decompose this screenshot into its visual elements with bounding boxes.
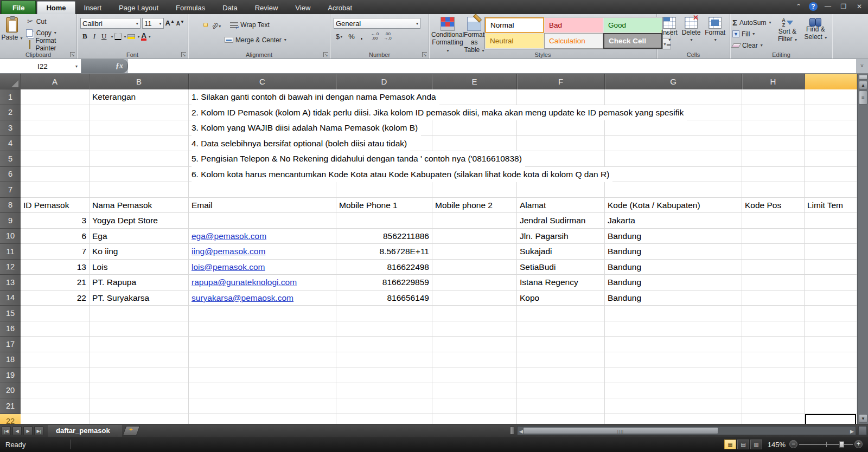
cell-I19[interactable] (805, 367, 857, 383)
column-header-C[interactable]: C (189, 74, 336, 89)
row-header-16[interactable]: 16 (0, 321, 21, 337)
cell-B3[interactable] (90, 120, 189, 136)
cell-E22[interactable] (432, 414, 517, 424)
zoom-slider-thumb[interactable] (839, 441, 844, 448)
column-header-G[interactable]: G (605, 74, 742, 89)
cell-B15[interactable] (90, 306, 189, 321)
cell-H22[interactable] (742, 414, 805, 424)
cell-C7[interactable] (189, 182, 336, 198)
cell-A4[interactable] (21, 136, 90, 152)
cell-H15[interactable] (742, 306, 805, 321)
vertical-scrollbar[interactable]: ▲ ▼ (857, 74, 868, 424)
cell-E16[interactable] (432, 321, 517, 337)
cell-H6[interactable] (742, 167, 805, 183)
merge-center-button[interactable]: Merge & Center▾ (222, 34, 289, 46)
cell-G15[interactable] (605, 306, 742, 321)
row-header-19[interactable]: 19 (0, 367, 21, 383)
cell-text-C10[interactable]: ega@pemasok.com (192, 229, 266, 244)
italic-button[interactable]: I (91, 31, 98, 42)
row-header-20[interactable]: 20 (0, 383, 21, 399)
cell-G17[interactable] (605, 337, 742, 352)
cell-E17[interactable] (432, 337, 517, 352)
find-select-button[interactable]: Find & Select ▾ (801, 16, 829, 50)
cell-H12[interactable] (742, 260, 805, 275)
clipboard-dialog-launcher[interactable]: ↘ (70, 52, 75, 57)
cell-I21[interactable] (805, 398, 857, 414)
cell-E1[interactable] (432, 89, 517, 105)
cell-H19[interactable] (742, 367, 805, 383)
cell-E15[interactable] (432, 306, 517, 321)
cell-H7[interactable] (742, 182, 805, 198)
insert-cells-button[interactable]: Insert▾ (661, 16, 678, 50)
cell-G7[interactable] (605, 182, 742, 198)
cell-E4[interactable] (432, 136, 517, 152)
row-header-4[interactable]: 4 (0, 136, 21, 152)
horizontal-split-handle[interactable] (510, 427, 514, 435)
name-box[interactable]: I22▾ (0, 59, 81, 73)
cell-E11[interactable] (432, 244, 517, 260)
cell-I20[interactable] (805, 383, 857, 399)
ribbon-tab-formulas[interactable]: Formulas (167, 1, 214, 14)
page-break-view-icon[interactable]: ▥ (750, 440, 762, 449)
cell-H18[interactable] (742, 352, 805, 368)
cell-D21[interactable] (336, 398, 432, 414)
scroll-down-icon[interactable]: ▼ (859, 414, 867, 423)
cell-G20[interactable] (605, 383, 742, 399)
cell-H14[interactable] (742, 290, 805, 306)
first-sheet-icon[interactable]: |◀ (2, 427, 11, 435)
cell-I9[interactable] (805, 213, 857, 229)
cell-H2[interactable] (742, 105, 805, 121)
align-left-button[interactable] (192, 38, 196, 42)
top-align-button[interactable] (192, 23, 196, 27)
bottom-align-button[interactable] (203, 23, 208, 27)
row-header-10[interactable]: 10 (0, 229, 21, 244)
zoom-level[interactable]: 145% (768, 441, 786, 449)
cell-C20[interactable] (189, 383, 336, 399)
cell-B19[interactable] (90, 367, 189, 383)
align-center-button[interactable] (197, 38, 202, 42)
grow-font-button[interactable]: A▲ (165, 19, 175, 27)
cell-G1[interactable] (605, 89, 742, 105)
alignment-dialog-launcher[interactable]: ↘ (323, 52, 328, 57)
cell-H17[interactable] (742, 337, 805, 352)
cell-I17[interactable] (805, 337, 857, 352)
cell-style-check-cell[interactable]: Check Cell (603, 33, 662, 49)
cell-G16[interactable] (605, 321, 742, 337)
cell-F17[interactable] (517, 337, 605, 352)
row-header-22[interactable]: 22 (0, 414, 21, 424)
sort-filter-button[interactable]: AZ Sort & Filter ▾ (773, 16, 801, 50)
row-header-14[interactable]: 14 (0, 290, 21, 306)
middle-align-button[interactable] (197, 23, 202, 27)
cell-F20[interactable] (517, 383, 605, 399)
cell-D18[interactable] (336, 352, 432, 368)
cell-G4[interactable] (605, 136, 742, 152)
cell-D20[interactable] (336, 383, 432, 399)
select-all-corner[interactable] (0, 74, 21, 89)
cell-H4[interactable] (742, 136, 805, 152)
column-header-B[interactable]: B (90, 74, 189, 89)
minimize-icon[interactable]: — (822, 2, 833, 11)
cell-text-C12[interactable]: lois@pemasok.com (192, 260, 265, 275)
cell-G5[interactable] (605, 151, 742, 167)
formula-input[interactable] (128, 59, 856, 73)
cell-style-normal[interactable]: Normal (485, 17, 544, 33)
cell-A20[interactable] (21, 383, 90, 399)
insert-function-button[interactable]: ƒx (81, 59, 128, 73)
column-header-D[interactable]: D (336, 74, 432, 89)
cell-E14[interactable] (432, 290, 517, 306)
cell-I12[interactable] (805, 260, 857, 275)
row-header-5[interactable]: 5 (0, 151, 21, 167)
cut-button[interactable]: ✂ Cut (24, 16, 76, 27)
accounting-format-button[interactable]: $▾ (334, 31, 344, 42)
column-header-I[interactable] (805, 74, 857, 89)
cell-F4[interactable] (517, 136, 605, 152)
cell-A7[interactable] (21, 182, 90, 198)
cell-E3[interactable] (432, 120, 517, 136)
cell-C19[interactable] (189, 367, 336, 383)
borders-icon[interactable] (114, 33, 122, 40)
cell-B2[interactable] (90, 105, 189, 121)
row-header-1[interactable]: 1 (0, 89, 21, 105)
cell-A6[interactable] (21, 167, 90, 183)
cell-E19[interactable] (432, 367, 517, 383)
cell-I13[interactable] (805, 275, 857, 290)
